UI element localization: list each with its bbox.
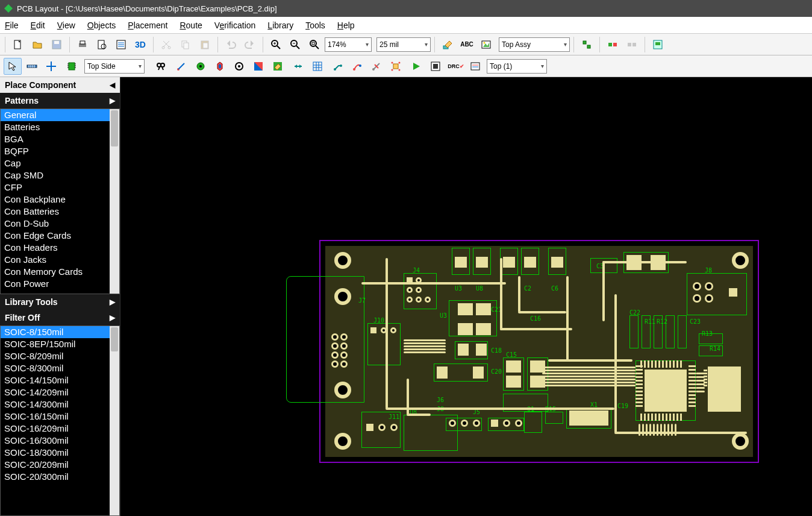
via-button[interactable] [192, 58, 210, 75]
print-button[interactable] [73, 36, 92, 53]
pattern-item[interactable]: SOIC-14/209mil [1, 386, 119, 398]
library-item[interactable]: Con Memory Cards [1, 266, 119, 278]
paste-button[interactable] [196, 36, 214, 53]
menu-help[interactable]: Help [337, 20, 355, 30]
libraries-listbox[interactable]: GeneralBatteriesBGABQFPCapCap SMDCFPCon … [0, 109, 120, 294]
library-item[interactable]: Con Power [1, 278, 119, 290]
new-button[interactable] [9, 36, 27, 53]
layer-display-select[interactable]: Top Assy▾ [499, 37, 570, 52]
menu-route[interactable]: Route [180, 20, 202, 30]
open-button[interactable] [28, 36, 46, 53]
drc-button[interactable]: DRC✔ [447, 58, 465, 75]
filter-header[interactable]: Filter Off▶ [0, 310, 120, 326]
library-item[interactable]: Cap SMD [1, 169, 119, 181]
find-button[interactable] [152, 58, 170, 75]
select-tool-button[interactable] [4, 58, 22, 75]
pattern-item[interactable]: SOIC-8EP/150mil [1, 338, 119, 350]
text-button[interactable]: ABC [458, 36, 476, 53]
menu-file[interactable]: File [5, 20, 19, 30]
menu-tools[interactable]: Tools [305, 20, 325, 30]
pour-edit-button[interactable] [269, 58, 287, 75]
drc-settings-button[interactable] [466, 58, 484, 75]
library-item[interactable]: CFP [1, 181, 119, 194]
measure-tool-button[interactable] [23, 58, 41, 75]
pattern-item[interactable]: SOIC-16/300mil [1, 435, 119, 447]
library-item[interactable]: BGA [1, 133, 119, 145]
active-layer-select[interactable]: Top (1)▾ [487, 59, 547, 74]
svg-point-65 [199, 65, 202, 68]
zoom-select[interactable]: 174%▾ [325, 37, 372, 52]
pattern-item[interactable]: SOIC-8/150mil [1, 326, 119, 338]
pattern-item[interactable]: SOIC-8/300mil [1, 362, 119, 374]
target-button[interactable] [230, 58, 248, 75]
dimension-button[interactable] [289, 58, 307, 75]
auto-route-button[interactable] [348, 58, 366, 75]
libraries-scrollbar[interactable] [110, 109, 119, 294]
pattern-item[interactable]: SOIC-18/300mil [1, 447, 119, 459]
menu-placement[interactable]: Placement [128, 20, 167, 30]
tool-a-button[interactable] [578, 36, 596, 53]
library-item[interactable]: General [1, 109, 119, 121]
copy-button[interactable] [176, 36, 195, 53]
3d-button[interactable]: 3D [131, 36, 149, 53]
pattern-item[interactable]: SOIC-14/300mil [1, 398, 119, 411]
library-item[interactable]: BQFP [1, 145, 119, 157]
edit-select-button[interactable] [439, 36, 457, 53]
side-select[interactable]: Top Side▾ [84, 59, 145, 74]
cut-button[interactable] [157, 36, 175, 53]
tool-d-button[interactable] [649, 36, 667, 53]
pattern-item[interactable]: SOIC-16/209mil [1, 423, 119, 435]
tool-b-button[interactable] [604, 36, 622, 53]
patterns-header[interactable]: Patterns▶ [0, 93, 120, 109]
library-item[interactable]: Batteries [1, 121, 119, 133]
run-button[interactable] [407, 58, 425, 75]
grid-unit-select[interactable]: 25 mil▾ [376, 37, 431, 52]
pattern-item[interactable]: SOIC-8/209mil [1, 350, 119, 362]
menu-edit[interactable]: Edit [31, 20, 45, 30]
svg-point-82 [340, 64, 342, 67]
menu-library[interactable]: Library [267, 20, 293, 30]
image-button[interactable] [477, 36, 495, 53]
zoom-window-button[interactable] [305, 36, 323, 53]
titles-button[interactable] [112, 36, 130, 53]
route-line-button[interactable] [172, 58, 190, 75]
library-tools-header[interactable]: Library Tools▶ [0, 294, 120, 310]
stop-button[interactable] [426, 58, 445, 75]
patterns-listbox[interactable]: SOIC-8/150milSOIC-8EP/150milSOIC-8/209mi… [0, 326, 120, 516]
fanout-button[interactable] [387, 58, 405, 75]
pattern-item[interactable]: SOIC-20/209mil [1, 459, 119, 471]
pad [340, 342, 348, 350]
library-item[interactable]: Con Edge Cards [1, 230, 119, 242]
undo-button[interactable] [222, 36, 240, 53]
library-item[interactable]: Con Backplane [1, 194, 119, 206]
zoom-in-button[interactable] [267, 36, 285, 53]
svg-rect-30 [312, 42, 314, 45]
menu-verification[interactable]: Verification [214, 20, 256, 30]
component-button[interactable] [63, 58, 81, 75]
patterns-scrollbar[interactable] [110, 326, 119, 515]
origin-tool-button[interactable] [42, 58, 60, 75]
zoom-out-button[interactable] [286, 36, 304, 53]
library-item[interactable]: Con Batteries [1, 206, 119, 218]
pattern-item[interactable]: SOIC-16/150mil [1, 411, 119, 423]
library-item[interactable]: Cap [1, 157, 119, 169]
menu-view[interactable]: View [57, 20, 75, 30]
place-component-header[interactable]: Place Component◀ [0, 77, 120, 93]
copper-pour-button[interactable] [249, 58, 267, 75]
pad [331, 360, 339, 368]
save-button[interactable] [48, 36, 66, 53]
tool-c-button[interactable] [623, 36, 641, 53]
pattern-item[interactable]: SOIC-14/150mil [1, 374, 119, 386]
library-item[interactable]: Con D-Sub [1, 218, 119, 230]
menu-objects[interactable]: Objects [87, 20, 116, 30]
manual-route-button[interactable] [329, 58, 347, 75]
mounthole-button[interactable] [211, 58, 229, 75]
grid-button[interactable] [308, 58, 326, 75]
library-item[interactable]: Con Jacks [1, 254, 119, 266]
pattern-item[interactable]: SOIC-20/300mil [1, 471, 119, 483]
redo-button[interactable] [241, 36, 259, 53]
library-item[interactable]: Con Headers [1, 242, 119, 254]
unroute-button[interactable] [367, 58, 386, 75]
pcb-canvas[interactable]: J7 J4 U3 U8 C2 C6 [120, 77, 812, 516]
preview-button[interactable] [93, 36, 111, 53]
